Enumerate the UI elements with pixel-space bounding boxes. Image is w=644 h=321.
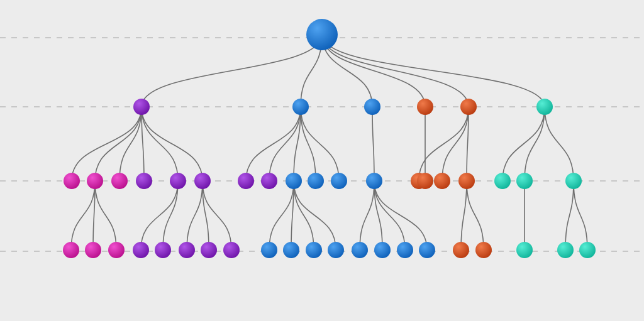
tree-node-purple: [179, 242, 195, 258]
tree-node-purple: [223, 242, 240, 258]
tree-node-purple: [155, 242, 171, 258]
tree-node-teal: [557, 242, 574, 258]
tree-node-blue: [328, 242, 344, 258]
tree-node-blue: [306, 19, 338, 50]
tree-node-blue: [308, 173, 324, 189]
tree-edge: [294, 181, 336, 250]
tree-node-orange: [475, 242, 492, 258]
tree-node-blue: [397, 242, 413, 258]
tree-node-blue: [283, 242, 299, 258]
tree-edge: [525, 107, 545, 181]
tree-edge: [142, 107, 203, 181]
tree-node-magenta: [87, 173, 103, 189]
tree-node-orange: [458, 173, 475, 189]
tree-edge: [246, 107, 301, 181]
grid-lines: [0, 38, 644, 251]
tree-node-purple: [194, 173, 211, 189]
tree-edge: [419, 107, 469, 181]
tree-node-teal: [516, 173, 533, 189]
tree-node-orange: [417, 99, 433, 115]
tree-edge: [461, 181, 467, 250]
tree-node-magenta: [111, 173, 128, 189]
tree-node-magenta: [63, 242, 79, 258]
tree-edge: [467, 181, 484, 250]
tree-edge: [322, 35, 469, 107]
tree-edge: [502, 107, 545, 181]
tree-node-blue: [292, 99, 309, 115]
tree-node-orange: [417, 173, 433, 189]
tree-node-orange: [434, 173, 450, 189]
tree-edges: [71, 35, 587, 250]
tree-node-magenta: [64, 173, 80, 189]
tree-edge: [119, 107, 142, 181]
tree-edge: [565, 181, 574, 250]
tree-edge: [301, 107, 316, 181]
tree-edge: [301, 107, 339, 181]
tree-edge: [141, 181, 178, 250]
tree-node-blue: [419, 242, 435, 258]
tree-node-purple: [136, 173, 152, 189]
tree-edge: [163, 181, 178, 250]
tree-edge: [71, 181, 95, 250]
tree-edge: [95, 181, 116, 250]
tree-edge: [142, 35, 322, 107]
tree-edge: [442, 107, 469, 181]
tree-edge: [360, 181, 374, 250]
tree-node-blue: [374, 242, 391, 258]
tree-diagram: [0, 0, 644, 321]
tree-node-purple: [261, 173, 277, 189]
tree-edge: [322, 35, 425, 107]
tree-node-purple: [201, 242, 217, 258]
tree-node-blue: [286, 173, 302, 189]
tree-edge: [203, 181, 231, 250]
tree-node-blue: [364, 99, 380, 115]
tree-node-teal: [494, 173, 511, 189]
tree-node-blue: [261, 242, 277, 258]
tree-edge: [322, 35, 545, 107]
tree-edge: [545, 107, 574, 181]
tree-edge: [294, 181, 314, 250]
tree-node-blue: [366, 173, 382, 189]
tree-node-orange: [460, 99, 477, 115]
tree-node-purple: [133, 99, 150, 115]
tree-node-magenta: [108, 242, 125, 258]
tree-edge: [95, 107, 142, 181]
tree-edge: [187, 181, 203, 250]
tree-node-teal: [565, 173, 582, 189]
tree-node-teal: [516, 242, 533, 258]
tree-node-purple: [170, 173, 186, 189]
tree-edge: [574, 181, 587, 250]
tree-node-magenta: [85, 242, 101, 258]
tree-edge: [291, 181, 294, 250]
tree-node-orange: [453, 242, 469, 258]
tree-node-purple: [238, 173, 254, 189]
tree-node-teal: [579, 242, 596, 258]
tree-node-blue: [352, 242, 368, 258]
tree-edge: [269, 181, 294, 250]
tree-node-blue: [306, 242, 322, 258]
tree-node-teal: [536, 99, 553, 115]
tree-node-blue: [331, 173, 347, 189]
tree-node-purple: [133, 242, 149, 258]
tree-edge: [372, 107, 374, 181]
